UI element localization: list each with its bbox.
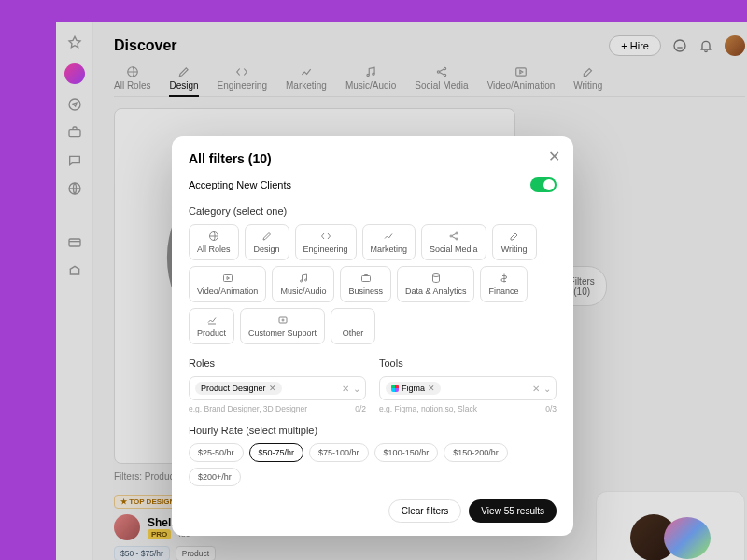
- category-finance[interactable]: Finance: [480, 266, 527, 302]
- category-other[interactable]: Other: [331, 308, 375, 344]
- rate-option[interactable]: $75-100/hr: [309, 443, 369, 462]
- category-product[interactable]: Product: [189, 308, 234, 344]
- category-grid: All RolesDesignEngineeringMarketingSocia…: [189, 224, 557, 344]
- rate-option[interactable]: $25-50/hr: [189, 443, 244, 462]
- chevron-down-icon[interactable]: ⌄: [353, 384, 360, 394]
- role-tag[interactable]: Product Designer✕: [195, 382, 282, 395]
- category-writing[interactable]: Writing: [492, 224, 537, 260]
- svg-point-14: [450, 235, 452, 237]
- tools-input[interactable]: Figma✕: [379, 376, 557, 400]
- close-icon[interactable]: ✕: [548, 147, 560, 165]
- view-results-button[interactable]: View 55 results: [469, 499, 557, 523]
- accepting-label: Accepting New Clients: [189, 179, 291, 190]
- clear-icon[interactable]: ✕: [532, 384, 540, 394]
- svg-rect-17: [223, 275, 232, 282]
- svg-point-23: [282, 319, 284, 321]
- rate-option[interactable]: $100-150/hr: [374, 443, 439, 462]
- tool-tag[interactable]: Figma✕: [386, 382, 441, 395]
- rate-option[interactable]: $150-200/hr: [444, 443, 508, 462]
- svg-rect-20: [361, 276, 370, 282]
- modal-title: All filters (10): [189, 151, 557, 166]
- figma-icon: [391, 385, 399, 392]
- roles-input[interactable]: Product Designer✕: [189, 376, 366, 400]
- clear-filters-button[interactable]: Clear filters: [388, 499, 462, 523]
- remove-icon: ✕: [428, 384, 435, 393]
- svg-point-19: [304, 279, 306, 281]
- category-socialmedia[interactable]: Social Media: [421, 224, 486, 260]
- chevron-down-icon[interactable]: ⌄: [543, 384, 551, 394]
- remove-icon: ✕: [269, 384, 276, 393]
- category-dataanalytics[interactable]: Data & Analytics: [397, 266, 475, 302]
- rate-option[interactable]: $200+/hr: [189, 468, 241, 486]
- category-allroles[interactable]: All Roles: [189, 224, 239, 260]
- category-customersupport[interactable]: Customer Support: [240, 308, 325, 344]
- svg-point-21: [432, 274, 439, 277]
- rate-option[interactable]: $50-75/hr: [249, 443, 304, 462]
- svg-point-15: [456, 232, 458, 234]
- filters-modal: ✕ All filters (10) Accepting New Clients…: [172, 136, 573, 536]
- category-business[interactable]: Business: [340, 266, 391, 302]
- category-videoanimation[interactable]: Video/Animation: [189, 266, 266, 302]
- category-musicaudio[interactable]: Music/Audio: [272, 266, 334, 302]
- rate-options: $25-50/hr$50-75/hr$75-100/hr$100-150/hr$…: [189, 443, 557, 486]
- category-marketing[interactable]: Marketing: [362, 224, 416, 260]
- category-design[interactable]: Design: [245, 224, 289, 260]
- svg-point-18: [300, 280, 302, 282]
- svg-point-16: [456, 238, 458, 240]
- accepting-toggle[interactable]: [530, 177, 557, 192]
- svg-rect-22: [279, 317, 287, 323]
- category-engineering[interactable]: Engineering: [295, 224, 357, 260]
- clear-icon[interactable]: ✕: [342, 384, 349, 394]
